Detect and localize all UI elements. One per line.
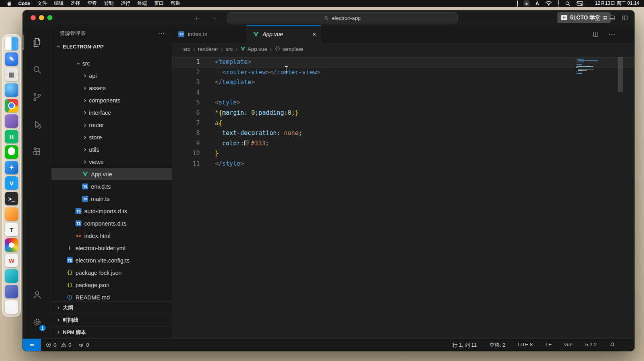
tree-item-electron-builder.yml[interactable]: !electron-builder.yml	[52, 242, 172, 254]
dock-icon-pen-app[interactable]: ✎	[5, 52, 18, 66]
tree-item-electron.vite.config.ts[interactable]: TSelectron.vite.config.ts	[52, 254, 172, 266]
activity-settings-icon[interactable]: 1	[23, 309, 52, 336]
minimize-window-button[interactable]	[39, 15, 44, 20]
problems-indicator[interactable]: 0 0	[46, 342, 71, 348]
dock-icon-finder[interactable]	[5, 37, 18, 50]
activity-run-debug-icon[interactable]	[23, 111, 52, 138]
dock-icon-orange-app[interactable]	[5, 207, 18, 221]
dock-icon-paint-blue-app[interactable]: ✦	[5, 161, 18, 174]
menubar-display-icon[interactable]	[517, 1, 518, 6]
code-editor[interactable]: 1<template>2 <router-view></router-view>…	[172, 55, 634, 338]
dock-icon-blue-sphere-app[interactable]	[5, 83, 18, 97]
project-section-header[interactable]: ELECTRON-APP	[52, 41, 172, 52]
menubar-spotlight-icon[interactable]	[565, 1, 571, 6]
breadcrumb-template[interactable]: {}template	[275, 46, 303, 52]
menubar-control-center-icon[interactable]	[576, 1, 583, 6]
close-tab-icon[interactable]: ×	[312, 31, 316, 38]
apple-menu-icon[interactable]	[4, 1, 15, 6]
dock-icon-launchpad[interactable]: ▦	[5, 68, 18, 81]
status-indentation[interactable]: 空格: 2	[489, 342, 505, 349]
menu-item-终端[interactable]: 终端	[134, 0, 151, 7]
sidebar-panel-大纲[interactable]: 大纲	[52, 301, 172, 314]
menubar-wifi-icon[interactable]	[545, 1, 552, 6]
tree-item-api[interactable]: api	[52, 69, 172, 82]
dock-icon-chrome[interactable]	[5, 99, 18, 112]
tab-index.ts[interactable]: TSindex.ts	[172, 25, 247, 43]
tree-item-package-lock.json[interactable]: {}package-lock.json	[52, 266, 172, 279]
ports-indicator[interactable]: 0	[78, 342, 89, 348]
status-encoding[interactable]: UTF-8	[518, 342, 533, 349]
back-button[interactable]: ←	[194, 14, 201, 22]
menu-item-编辑[interactable]: 编辑	[50, 0, 67, 7]
tree-item-components[interactable]: components	[52, 94, 172, 106]
split-editor-icon[interactable]	[592, 31, 599, 37]
dock-icon-palette-app[interactable]	[5, 238, 18, 252]
dock-icon-hbuilder[interactable]: H	[5, 130, 18, 143]
sidebar-more-actions-icon[interactable]: ⋯	[158, 29, 166, 38]
menubar-battery-icon[interactable]	[558, 0, 559, 9]
tree-item-components.d.ts[interactable]: TScomponents.d.ts	[52, 217, 172, 230]
command-center-search[interactable]: electron-app	[227, 12, 458, 23]
tree-item-main.ts[interactable]: TSmain.ts	[52, 193, 172, 205]
tree-item-views[interactable]: views	[52, 156, 172, 168]
sidebar-panel-时间线[interactable]: 时间线	[52, 314, 172, 326]
tree-item-README.md[interactable]: README.md	[52, 291, 172, 301]
menubar-input-method-icon[interactable]: A	[536, 1, 539, 6]
status-version[interactable]: 5.2.2	[585, 342, 597, 349]
status-cursor-position[interactable]: 行 1, 列 11	[452, 342, 476, 349]
menu-item-运行[interactable]: 运行	[117, 0, 134, 7]
menu-item-查看[interactable]: 查看	[84, 0, 101, 7]
breadcrumb-App.vue[interactable]: App.vue	[240, 46, 267, 52]
dock-icon-wps[interactable]: W	[5, 254, 18, 267]
status-language-mode[interactable]: vue	[564, 342, 572, 349]
editor-scrollbar[interactable]	[617, 55, 623, 338]
dock-icon-terminal[interactable]: >_	[5, 192, 18, 205]
dock-icon-trash[interactable]	[5, 300, 18, 314]
tree-item-env.d.ts[interactable]: TSenv.d.ts	[52, 180, 172, 193]
tree-item-router[interactable]: router	[52, 119, 172, 131]
customize-layout-icon[interactable]	[622, 15, 628, 21]
dock-icon-typora[interactable]: T	[5, 223, 18, 236]
dock-icon-wechat[interactable]	[5, 145, 18, 159]
tree-item-package.json[interactable]: {}package.json	[52, 279, 172, 291]
tab-App.vue[interactable]: App.vue×	[247, 25, 321, 43]
sidebar-panel-NPM 脚本[interactable]: NPM 脚本	[52, 326, 172, 338]
close-window-button[interactable]	[31, 15, 36, 20]
notifications-bell-icon[interactable]	[609, 342, 615, 348]
tree-item-auto-imports.d.ts[interactable]: TSauto-imports.d.ts	[52, 205, 172, 217]
activity-source-control-icon[interactable]	[23, 83, 52, 111]
menubar-helper-app-icon[interactable]: ◆	[524, 0, 530, 6]
dock-icon-cyan-app[interactable]	[5, 269, 18, 283]
menu-item-窗口[interactable]: 窗口	[151, 0, 167, 7]
tree-item-store[interactable]: store	[52, 131, 172, 143]
forward-button[interactable]: →	[211, 14, 217, 22]
remote-indicator[interactable]: ><	[23, 339, 41, 351]
minimap[interactable]	[576, 59, 611, 74]
breadcrumb-src[interactable]: src	[226, 46, 233, 52]
tree-item-assets[interactable]: assets	[52, 82, 172, 94]
tree-item-src[interactable]: src	[52, 57, 172, 69]
activity-search-icon[interactable]	[23, 56, 52, 83]
status-eol[interactable]: LF	[545, 342, 551, 349]
breadcrumb-src[interactable]: src	[183, 46, 190, 52]
menu-clock[interactable]: 12月13日 周三 01:14	[595, 0, 639, 7]
menu-item-文件[interactable]: 文件	[34, 0, 50, 7]
menu-app-name[interactable]: Code	[15, 1, 34, 6]
tree-item-utils[interactable]: utils	[52, 143, 172, 156]
dock-icon-indigo-app[interactable]	[5, 285, 18, 298]
menu-item-选择[interactable]: 选择	[67, 0, 84, 7]
dock-icon-vscode[interactable]: V	[5, 176, 18, 190]
tree-item-index.html[interactable]: <>index.html	[52, 230, 172, 242]
zoom-window-button[interactable]	[47, 15, 52, 20]
menu-item-帮助[interactable]: 帮助	[167, 0, 184, 7]
toggle-panel-icon[interactable]	[609, 15, 615, 21]
activity-explorer-icon[interactable]	[23, 29, 52, 56]
dock-icon-purple-app[interactable]	[5, 114, 18, 128]
scrollbar-thumb[interactable]	[618, 57, 623, 92]
activity-account-icon[interactable]	[23, 281, 52, 309]
tree-item-App.vue[interactable]: App.vue	[52, 168, 172, 180]
more-actions-icon[interactable]: ⋯	[608, 30, 615, 39]
menu-item-转到[interactable]: 转到	[101, 0, 117, 7]
tree-item-interface[interactable]: interface	[52, 106, 172, 119]
breadcrumb-renderer[interactable]: renderer	[198, 46, 218, 52]
